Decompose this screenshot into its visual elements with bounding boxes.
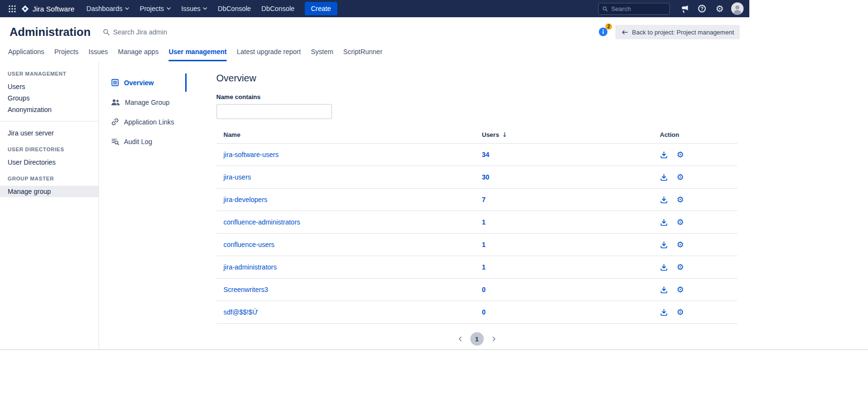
- nav-menu-label: Dashboards: [87, 5, 123, 12]
- sort-desc-icon: ↓: [502, 131, 507, 138]
- group-name-link[interactable]: sdf@$$!$Ứ: [223, 308, 258, 316]
- subnav-item-audit-log[interactable]: Audit Log: [99, 132, 187, 151]
- name-contains-input[interactable]: [216, 104, 332, 119]
- nav-menu-dashboards[interactable]: Dashboards: [81, 0, 135, 17]
- table-row: Screenwriters3 0 ⚙: [216, 279, 737, 301]
- group-settings-button[interactable]: ⚙: [677, 263, 684, 271]
- export-group-button[interactable]: [660, 241, 668, 249]
- export-group-button[interactable]: [660, 286, 668, 294]
- group-users-count-link[interactable]: 0: [482, 308, 486, 316]
- tab-scriptrunner[interactable]: ScriptRunner: [343, 47, 382, 62]
- body-area: USER MANAGEMENT Users Groups Anonymizati…: [0, 62, 749, 349]
- next-page-button[interactable]: [490, 336, 497, 342]
- create-button[interactable]: Create: [305, 2, 337, 15]
- tab-issues[interactable]: Issues: [89, 47, 108, 62]
- logo-text: Jira Software: [33, 5, 75, 13]
- app-switcher-button[interactable]: [5, 1, 19, 16]
- table-row: jira-administrators 1 ⚙: [216, 256, 737, 279]
- sidebar-item-anonymization[interactable]: Anonymization: [0, 104, 99, 115]
- export-group-button[interactable]: [660, 151, 668, 159]
- help-button[interactable]: ?: [695, 1, 709, 16]
- group-name-link[interactable]: jira-users: [223, 173, 251, 181]
- group-name-cell: jira-users: [216, 173, 475, 181]
- group-name-link[interactable]: jira-software-users: [223, 151, 278, 158]
- group-name-cell: jira-software-users: [216, 150, 475, 159]
- export-group-button[interactable]: [660, 196, 668, 204]
- export-group-button[interactable]: [660, 218, 668, 226]
- sidebar-item-user-directories[interactable]: User Directories: [0, 157, 99, 168]
- user-avatar: [731, 2, 744, 15]
- tab-projects[interactable]: Projects: [55, 47, 79, 62]
- group-name-link[interactable]: jira-administrators: [223, 263, 277, 271]
- column-header-name[interactable]: Name: [216, 131, 475, 138]
- export-group-button[interactable]: [660, 263, 668, 271]
- nav-menu-dbconsole-1[interactable]: DbConsole: [212, 0, 256, 17]
- group-name-link[interactable]: jira-developers: [223, 196, 267, 203]
- sidebar-item-jira-user-server[interactable]: Jira user server: [0, 127, 99, 139]
- profile-button[interactable]: [730, 1, 745, 16]
- column-header-label: Name: [223, 131, 240, 138]
- jira-logo[interactable]: Jira Software: [21, 5, 75, 13]
- announcements-button[interactable]: [677, 1, 691, 16]
- column-header-users[interactable]: Users ↓: [475, 131, 653, 138]
- megaphone-icon: [680, 4, 689, 13]
- group-settings-button[interactable]: ⚙: [677, 196, 684, 204]
- group-settings-button[interactable]: ⚙: [677, 286, 684, 294]
- tab-user-management[interactable]: User management: [168, 47, 226, 62]
- subnav-item-application-links[interactable]: Application Links: [99, 112, 187, 132]
- subnav-item-manage-group[interactable]: Manage Group: [99, 92, 187, 112]
- sidebar-item-users[interactable]: Users: [0, 81, 99, 92]
- download-icon: [660, 151, 668, 159]
- tab-system[interactable]: System: [311, 47, 334, 62]
- search-icon: [602, 6, 608, 12]
- group-name-link[interactable]: Screenwriters3: [223, 286, 268, 293]
- group-users-count-link[interactable]: 1: [482, 241, 486, 248]
- previous-page-button[interactable]: [457, 336, 464, 342]
- group-action-cell: ⚙: [653, 263, 737, 271]
- nav-menu-label: Issues: [181, 5, 200, 12]
- sidebar-item-manage-group[interactable]: Manage group: [0, 186, 99, 197]
- nav-menu-projects[interactable]: Projects: [134, 0, 176, 17]
- admin-search[interactable]: Search Jira admin: [103, 28, 167, 36]
- global-search[interactable]: [598, 3, 670, 15]
- nav-menu-dbconsole-2[interactable]: DbConsole: [256, 0, 300, 17]
- jira-logo-icon: [21, 5, 29, 13]
- nav-menu-issues[interactable]: Issues: [176, 0, 212, 17]
- tab-applications[interactable]: Applications: [8, 47, 45, 62]
- export-group-button[interactable]: [660, 308, 668, 316]
- admin-settings-button[interactable]: ⚙: [712, 1, 727, 16]
- group-settings-button[interactable]: ⚙: [677, 151, 684, 159]
- group-users-count-link[interactable]: 30: [482, 173, 490, 181]
- column-header-action: Action: [653, 131, 737, 138]
- group-settings-button[interactable]: ⚙: [677, 218, 684, 226]
- subnav-item-label: Manage Group: [125, 99, 169, 106]
- group-action-cell: ⚙: [653, 173, 737, 181]
- notifications-button[interactable]: 2: [598, 27, 609, 37]
- gear-icon: ⚙: [677, 241, 684, 249]
- sidebar-item-groups[interactable]: Groups: [0, 92, 99, 104]
- table-row: confluence-users 1 ⚙: [216, 234, 737, 256]
- export-group-button[interactable]: [660, 173, 668, 181]
- global-search-input[interactable]: [611, 5, 666, 12]
- help-icon: ?: [698, 5, 706, 12]
- download-icon: [660, 286, 668, 294]
- group-name-link[interactable]: confluence-users: [223, 241, 275, 248]
- group-users-cell: 1: [475, 218, 653, 226]
- current-page-button[interactable]: 1: [470, 332, 484, 346]
- group-users-count-link[interactable]: 0: [482, 286, 486, 293]
- group-settings-button[interactable]: ⚙: [677, 173, 684, 181]
- back-to-project-button[interactable]: Back to project: Project management: [615, 25, 740, 39]
- tab-manage-apps[interactable]: Manage apps: [118, 47, 159, 62]
- group-users-count-link[interactable]: 1: [482, 218, 486, 226]
- group-name-link[interactable]: confluence-administrators: [223, 218, 300, 226]
- group-action-cell: ⚙: [653, 286, 737, 294]
- tab-latest-upgrade-report[interactable]: Latest upgrade report: [237, 47, 301, 62]
- subnav-item-overview[interactable]: Overview: [99, 73, 187, 92]
- group-settings-button[interactable]: ⚙: [677, 241, 684, 249]
- group-users-count-link[interactable]: 1: [482, 263, 486, 271]
- group-users-count-link[interactable]: 7: [482, 196, 486, 203]
- group-users-count-link[interactable]: 34: [482, 151, 490, 158]
- group-settings-button[interactable]: ⚙: [677, 308, 684, 316]
- sidebar-divider: [0, 121, 99, 122]
- table-row: confluence-administrators 1 ⚙: [216, 211, 737, 234]
